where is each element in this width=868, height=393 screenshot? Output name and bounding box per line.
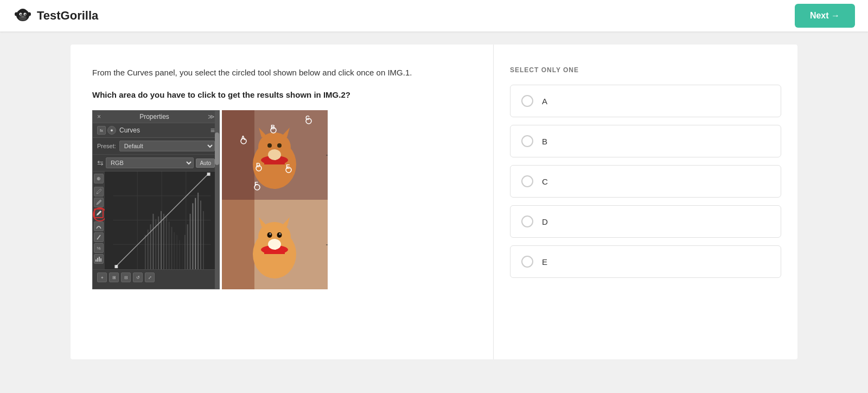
bottom-icons-row: ⌖ ⊞ ⊟ ↺ ⤢: [97, 272, 215, 282]
svg-rect-28: [152, 214, 154, 269]
header: TestGorilla Next →: [0, 0, 868, 31]
tool-eyedropper-gray[interactable]: [94, 198, 104, 207]
curves-label: Curves: [119, 126, 140, 134]
tool-eyedropper-white[interactable]: [94, 208, 104, 218]
option-c-label: C: [542, 177, 548, 186]
svg-point-81: [277, 232, 282, 238]
content-card: From the Curves panel, you select the ci…: [71, 45, 797, 359]
option-d-label: D: [542, 217, 548, 226]
curves-tools-graph: ⊕: [93, 172, 219, 269]
svg-rect-41: [187, 224, 188, 269]
svg-rect-43: [192, 203, 193, 269]
svg-rect-40: [184, 235, 186, 269]
icon-fx: fx: [97, 126, 106, 135]
option-d[interactable]: D: [510, 205, 781, 238]
tool-fraction[interactable]: %: [94, 243, 104, 253]
svg-point-80: [267, 232, 272, 238]
tool-eyedropper-black[interactable]: [94, 187, 104, 196]
svg-point-83: [279, 233, 281, 235]
svg-rect-38: [179, 240, 180, 269]
svg-rect-16: [99, 257, 100, 262]
curves-bottom: ⌖ ⊞ ⊟ ↺ ⤢: [93, 269, 219, 285]
auto-button[interactable]: Auto: [196, 159, 215, 168]
svg-rect-37: [176, 235, 177, 269]
svg-point-61: [268, 149, 281, 160]
scroll-indicator[interactable]: [215, 111, 219, 289]
option-a[interactable]: A: [510, 85, 781, 117]
curves-tools: ⊕: [93, 172, 105, 269]
svg-point-57: [267, 143, 272, 148]
svg-rect-39: [182, 243, 183, 269]
channel-row: ⇆ RGB Auto: [93, 155, 219, 172]
curves-panel: × Properties ≫ fx ● Curves ≡: [92, 110, 220, 289]
option-c[interactable]: C: [510, 165, 781, 198]
svg-point-86: [268, 239, 281, 250]
tool-pencil[interactable]: [94, 232, 104, 242]
svg-rect-26: [148, 230, 149, 269]
svg-rect-32: [163, 214, 164, 269]
scroll-thumb[interactable]: [215, 132, 219, 165]
svg-point-58: [277, 143, 282, 148]
svg-rect-15: [97, 258, 98, 262]
svg-line-12: [97, 235, 100, 239]
bottom-icon-5: ⤢: [145, 272, 155, 282]
option-a-label: A: [542, 97, 547, 106]
option-b-radio[interactable]: [521, 135, 533, 147]
cat-images: A B C D E F: [222, 110, 328, 289]
icon-circle: ●: [107, 126, 116, 135]
option-b-label: B: [542, 137, 547, 146]
main-wrapper: From the Curves panel, you select the ci…: [0, 31, 868, 372]
left-panel: From the Curves panel, you select the ci…: [71, 45, 494, 359]
channel-select[interactable]: RGB: [106, 157, 194, 168]
svg-rect-35: [171, 227, 173, 269]
options-icon: ≡: [210, 126, 215, 135]
preset-select[interactable]: Default: [119, 141, 215, 151]
svg-rect-33: [166, 217, 167, 269]
svg-rect-46: [200, 201, 201, 269]
svg-point-9: [28, 12, 31, 16]
question-intro: From the Curves panel, you select the ci…: [92, 66, 471, 79]
svg-text:B: B: [271, 124, 275, 130]
svg-rect-47: [203, 211, 204, 269]
cat-img-2: IMG.2: [222, 200, 328, 289]
img1-label: IMG.1: [326, 151, 328, 159]
close-icon[interactable]: ×: [97, 113, 101, 121]
option-c-radio[interactable]: [521, 175, 533, 187]
svg-rect-49: [114, 265, 118, 268]
curves-title-bar: × Properties ≫: [93, 111, 219, 123]
svg-rect-36: [174, 232, 175, 269]
svg-rect-34: [169, 221, 170, 269]
option-e-radio[interactable]: [521, 256, 533, 268]
svg-text:A: A: [241, 135, 245, 141]
logo-area: TestGorilla: [13, 6, 98, 26]
svg-point-82: [270, 233, 271, 235]
svg-point-10: [20, 9, 26, 12]
svg-rect-50: [207, 173, 210, 176]
tool-pencil-curve[interactable]: [94, 221, 104, 231]
panel-title: Properties: [139, 113, 169, 121]
svg-rect-25: [145, 235, 146, 269]
option-a-radio[interactable]: [521, 95, 533, 107]
curves-graph: [105, 172, 219, 269]
tool-pointer[interactable]: ⊕: [94, 174, 104, 183]
panel-icons: fx ●: [97, 126, 116, 135]
preset-label: Preset:: [97, 143, 116, 149]
svg-point-5: [20, 14, 21, 15]
option-b[interactable]: B: [510, 125, 781, 157]
expand-icon: ≫: [208, 113, 215, 121]
option-e[interactable]: E: [510, 245, 781, 278]
question-bold: Which area do you have to click to get t…: [92, 90, 471, 99]
cat-img-1: A B C D E F: [222, 110, 328, 200]
svg-text:D: D: [256, 162, 260, 168]
tool-histogram[interactable]: [94, 254, 104, 264]
img2-label: IMG.2: [326, 240, 328, 249]
next-button[interactable]: Next →: [795, 4, 855, 28]
option-e-label: E: [542, 257, 547, 267]
curves-svg: [105, 172, 219, 269]
option-d-radio[interactable]: [521, 215, 533, 227]
svg-rect-17: [100, 258, 101, 262]
bottom-icon-2: ⊞: [109, 272, 119, 282]
svg-rect-42: [190, 214, 191, 269]
svg-point-8: [15, 12, 18, 16]
select-instruction: SELECT ONLY ONE: [510, 66, 781, 74]
